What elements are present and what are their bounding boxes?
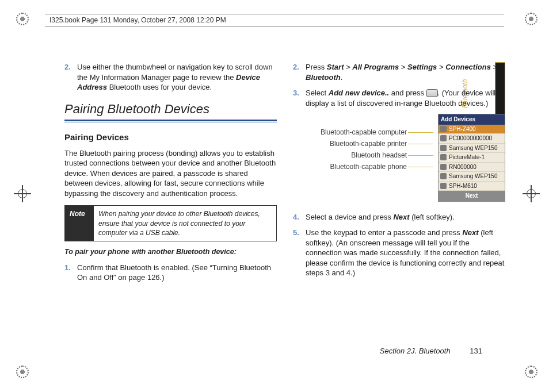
callout-headset: Bluetooth headset [293, 149, 407, 161]
header-text: I325.book Page 131 Monday, October 27, 2… [49, 16, 226, 24]
ok-button-icon [426, 89, 438, 97]
section-title: Pairing Bluetooth Devices [64, 101, 277, 118]
device-icon [440, 135, 447, 141]
note-text: When pairing your device to other Blueto… [94, 206, 276, 241]
left-step-1: 1. Confirm that Bluetooth is enabled. (S… [77, 263, 277, 283]
step-number: 5. [293, 228, 299, 238]
device-row: SPH-Z400 [439, 125, 505, 134]
step-number: 3. [293, 88, 299, 98]
right-column: 2. Press Start > All Programs > Settings… [293, 62, 505, 356]
crop-gear-icon [525, 13, 537, 25]
step-number: 2. [64, 62, 71, 72]
device-icon [440, 164, 447, 170]
page-header: I325.book Page 131 Monday, October 27, 2… [45, 14, 504, 26]
callout-printer: Bluetooth-capable printer [293, 138, 407, 149]
right-step-2: 2. Press Start > All Programs > Settings… [306, 62, 505, 82]
device-icon [440, 154, 447, 160]
subheading: Pairing Devices [64, 132, 277, 143]
page-body: 2. Use either the thumbwheel or navigati… [64, 62, 505, 356]
intro-paragraph: The Bluetooth pairing process (bonding) … [64, 148, 277, 199]
page-footer: Section 2J. Bluetooth 131 [380, 347, 482, 355]
note-label: Note [65, 206, 94, 241]
title-rule-thin [64, 122, 277, 122]
device-titlebar: Add Devices [439, 114, 505, 125]
device-screenshot: Add Devices SPH-Z400 PC00000000000 Samsu… [438, 114, 505, 202]
step-number: 4. [293, 212, 299, 222]
device-row: Samsung WEP150 [439, 172, 505, 182]
instruction-lead: To pair your phone with another Bluetoot… [64, 247, 277, 257]
right-step-5: 5. Use the keypad to enter a passcode an… [306, 228, 505, 278]
device-row: PC00000000000 [439, 134, 505, 144]
left-step-2: 2. Use either the thumbwheel or navigati… [77, 62, 277, 93]
callout-phone: Bluetooth-capable phone [293, 161, 407, 172]
title-rule [64, 120, 277, 121]
callout-computer: Bluetooth-capable computer [293, 126, 407, 138]
step-text: Select a device and press Next (left sof… [306, 213, 455, 221]
device-row: Samsung WEP150 [439, 144, 505, 153]
crop-register-icon [14, 185, 31, 202]
callout-labels: Bluetooth-capable computer Bluetooth-cap… [293, 114, 407, 172]
right-step-4: 4. Select a device and press Next (left … [306, 212, 505, 222]
right-step-3: 3. Select Add new device.. and press . (… [306, 88, 505, 108]
device-icon [440, 173, 447, 179]
footer-page-number: 131 [470, 347, 482, 355]
crop-gear-icon [16, 366, 29, 378]
device-icon [440, 183, 447, 189]
device-icon [440, 145, 447, 151]
left-column: 2. Use either the thumbwheel or navigati… [64, 62, 277, 356]
step-text: Use the keypad to enter a passcode and p… [306, 228, 504, 277]
device-row: RN000000 [439, 163, 505, 172]
step-number: 2. [293, 62, 299, 72]
step-text: Press Start > All Programs > Settings > … [306, 63, 497, 82]
step-text: Select Add new device.. and press . (You… [306, 89, 495, 107]
callout-figure: Bluetooth-capable computer Bluetooth-cap… [293, 114, 505, 202]
device-icon [440, 126, 447, 132]
step-text: Confirm that Bluetooth is enabled. (See … [77, 263, 271, 282]
crop-gear-icon [525, 366, 537, 378]
device-row: PictureMate-1 [439, 153, 505, 163]
crop-gear-icon [16, 13, 29, 25]
step-text: Use either the thumbwheel or navigation … [77, 63, 273, 91]
crop-register-icon [523, 185, 540, 202]
step-number: 1. [64, 263, 71, 273]
device-softkey-next: Next [439, 191, 505, 201]
device-row: SPH-M610 [439, 182, 505, 191]
note-box: Note When pairing your device to other B… [64, 205, 277, 241]
footer-section: Section 2J. Bluetooth [380, 347, 451, 355]
